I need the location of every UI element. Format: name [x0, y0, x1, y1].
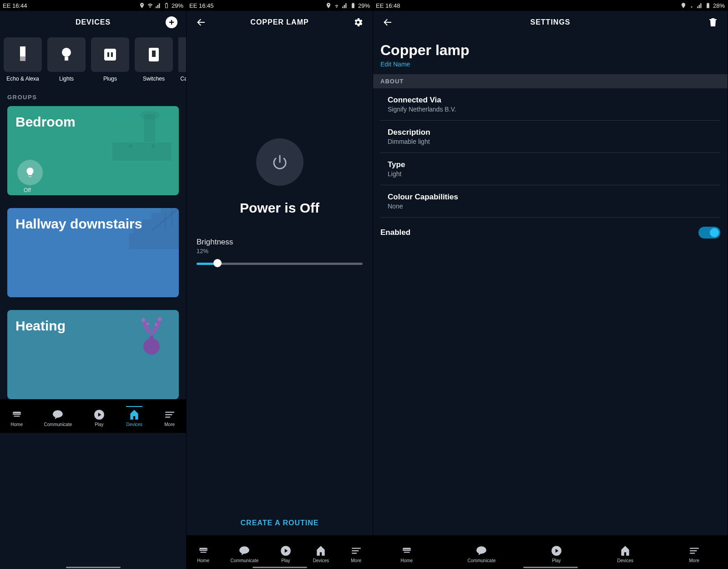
nav-play[interactable]: Play [93, 409, 105, 427]
location-icon [139, 2, 145, 9]
gesture-bar [253, 567, 307, 568]
gear-icon [353, 17, 364, 28]
nav-devices[interactable]: Devices [313, 545, 329, 563]
nav-home[interactable]: Home [10, 409, 23, 427]
settings-button[interactable] [350, 14, 366, 30]
power-button[interactable] [256, 138, 303, 186]
info-type[interactable]: Type Light [380, 153, 720, 185]
bottom-nav: Home Communicate Play Devices More [0, 399, 186, 433]
svg-rect-30 [352, 553, 357, 554]
nav-play[interactable]: Play [280, 545, 292, 563]
slider-thumb[interactable] [213, 259, 222, 267]
bedroom-light-button[interactable] [17, 160, 43, 185]
nav-communicate[interactable]: Communicate [44, 409, 72, 427]
group-heating[interactable]: Heating [7, 310, 179, 399]
home-icon [11, 409, 23, 421]
nav-home[interactable]: Home [197, 545, 209, 563]
create-routine-button[interactable]: CREATE A ROUTINE [187, 511, 373, 535]
home-icon [401, 545, 413, 557]
more-icon [350, 545, 362, 557]
chat-icon [475, 545, 487, 557]
nav-devices[interactable]: Devices [617, 545, 633, 563]
edit-name-link[interactable]: Edit Name [373, 61, 728, 74]
app-bar-lamp: COPPER LAMP [187, 11, 373, 34]
category-row[interactable]: Echo & Alexa Lights Plugs Switches Ca [0, 34, 186, 85]
location-icon [680, 2, 687, 9]
back-arrow-icon [196, 17, 207, 28]
nav-more[interactable]: More [688, 545, 700, 563]
svg-rect-5 [107, 52, 109, 57]
category-echo[interactable]: Echo & Alexa [4, 37, 42, 82]
app-bar-devices: DEVICES + [0, 11, 186, 34]
group-hallway[interactable]: Hallway downstairs [7, 208, 179, 297]
info-connected-via[interactable]: Connected Via Signify Netherlands B.V. [380, 88, 720, 121]
category-plugs[interactable]: Plugs [91, 37, 129, 82]
category-cameras-partial[interactable]: Ca [178, 37, 186, 82]
delete-button[interactable] [705, 14, 721, 30]
bedroom-illustration [112, 110, 176, 169]
status-battery: 29% [358, 2, 370, 9]
wifi-icon [688, 2, 695, 9]
svg-rect-6 [111, 52, 113, 57]
nav-home[interactable]: Home [400, 545, 413, 563]
info-description[interactable]: Description Dimmable light [380, 121, 720, 153]
svg-rect-26 [165, 417, 170, 417]
nav-more[interactable]: More [164, 409, 176, 427]
group-bedroom[interactable]: Bedroom Off [7, 106, 179, 195]
svg-point-22 [155, 323, 157, 326]
status-bar: EE 16:45 29% [187, 0, 373, 11]
nav-devices[interactable]: Devices [126, 406, 142, 427]
signal-icon [342, 2, 348, 9]
add-device-button[interactable]: + [166, 16, 177, 28]
brightness-label: Brightness [197, 238, 363, 247]
app-bar-settings: SETTINGS [373, 11, 728, 34]
category-switches[interactable]: Switches [135, 37, 173, 82]
svg-rect-25 [165, 414, 172, 415]
play-icon [280, 545, 292, 557]
play-icon [93, 409, 105, 421]
stair-illustration [129, 208, 179, 249]
svg-rect-24 [165, 412, 174, 412]
devices-icon [619, 545, 631, 557]
about-header: ABOUT [373, 74, 728, 88]
echo-icon [16, 46, 29, 64]
brightness-slider[interactable] [197, 259, 363, 268]
signal-icon [155, 2, 162, 9]
bottom-nav: Home Communicate Play Devices More [187, 535, 373, 569]
svg-rect-4 [104, 49, 116, 61]
enabled-row: Enabled [373, 218, 728, 248]
svg-rect-32 [690, 548, 699, 549]
enabled-toggle[interactable] [698, 227, 720, 239]
svg-rect-33 [690, 550, 697, 551]
lamp-panel: EE 16:45 29% COPPER LAMP Power is Off Br… [187, 0, 373, 569]
nav-communicate[interactable]: Communicate [231, 545, 259, 563]
brightness-section: Brightness 12% [187, 238, 373, 268]
status-right: 28% [680, 2, 725, 9]
lamp-controls: Power is Off Brightness 12% [187, 34, 373, 511]
svg-point-21 [147, 322, 149, 325]
svg-point-12 [129, 144, 132, 148]
svg-rect-3 [65, 57, 68, 61]
back-button[interactable] [379, 14, 396, 30]
device-name: Copper lamp [373, 34, 728, 61]
nav-more[interactable]: More [350, 545, 362, 563]
more-icon [164, 409, 176, 421]
info-colour[interactable]: Colour Capabilities None [380, 185, 720, 218]
status-right: 29% [139, 2, 183, 9]
wifi-icon [147, 2, 153, 9]
vase-illustration [133, 315, 170, 356]
nav-play[interactable]: Play [551, 545, 562, 563]
status-battery: 28% [713, 2, 725, 9]
back-arrow-icon [382, 17, 393, 28]
nav-communicate[interactable]: Communicate [468, 545, 496, 563]
svg-point-10 [140, 111, 160, 120]
status-bar: EE 16:48 28% [373, 0, 728, 11]
status-bar: EE 16:44 29% [0, 0, 186, 11]
battery-icon [350, 2, 356, 9]
wifi-icon [334, 2, 340, 9]
more-icon [688, 545, 700, 557]
svg-point-19 [142, 318, 145, 322]
back-button[interactable] [193, 14, 209, 30]
category-lights[interactable]: Lights [47, 37, 86, 82]
gesture-bar [66, 567, 121, 568]
